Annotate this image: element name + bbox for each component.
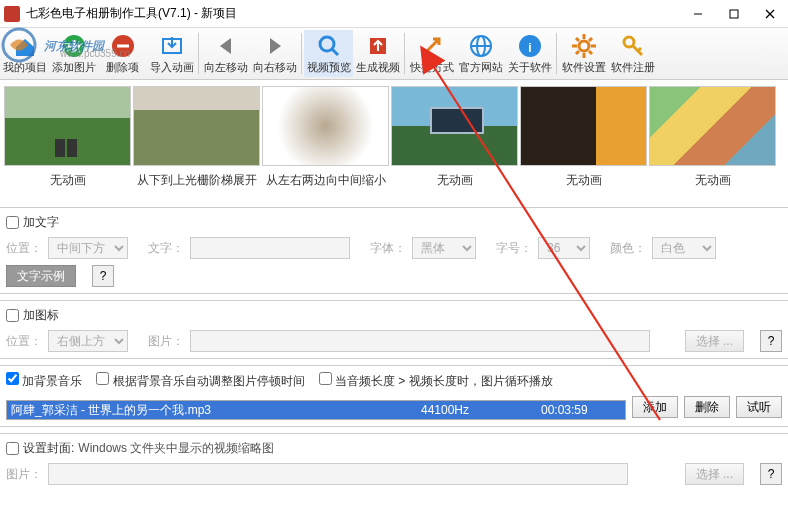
audio-auto-label: 根据背景音乐自动调整图片停顿时间 xyxy=(113,374,305,388)
text-pos-select[interactable]: 中间下方 xyxy=(48,237,128,259)
cover-path-input[interactable] xyxy=(48,463,628,485)
toolbar-label: 我的项目 xyxy=(3,60,47,75)
cover-path-label: 图片： xyxy=(6,466,42,483)
toolbar-key-button[interactable]: 软件注册 xyxy=(608,30,657,77)
set-cover-checkbox[interactable] xyxy=(6,442,19,455)
text-size-select[interactable]: 36 xyxy=(538,237,590,259)
toolbar-label: 生成视频 xyxy=(356,60,400,75)
toolbar-shortcut-button[interactable]: 快捷方式 xyxy=(407,30,456,77)
svg-point-16 xyxy=(579,41,589,51)
text-pos-label: 位置： xyxy=(6,240,42,257)
add-audio-label: 加背景音乐 xyxy=(22,374,82,388)
text-help-button[interactable]: ? xyxy=(92,265,114,287)
thumbnail-item[interactable]: 无动画 xyxy=(520,86,647,195)
window-title: 七彩色电子相册制作工具(V7.1) - 新项目 xyxy=(26,5,237,22)
toolbar-gear-button[interactable]: 软件设置 xyxy=(559,30,608,77)
audio-loop-checkbox[interactable] xyxy=(319,372,332,385)
toolbar-label: 视频预览 xyxy=(307,60,351,75)
toolbar-globe-button[interactable]: 官方网站 xyxy=(456,30,505,77)
plus-icon xyxy=(60,32,88,60)
text-content-input[interactable] xyxy=(190,237,350,259)
thumbnail-item[interactable]: 无动画 xyxy=(4,86,131,195)
toolbar-info-button[interactable]: i关于软件 xyxy=(505,30,554,77)
thumbnail-image xyxy=(520,86,647,166)
add-audio-checkbox[interactable] xyxy=(6,372,19,385)
thumbnail-item[interactable]: 从左右两边向中间缩小 xyxy=(262,86,389,195)
cover-help-button[interactable]: ? xyxy=(760,463,782,485)
toolbar-label: 软件设置 xyxy=(562,60,606,75)
text-font-select[interactable]: 黑体 xyxy=(412,237,476,259)
thumbnail-row: 无动画从下到上光栅阶梯展开从左右两边向中间缩小无动画无动画无动画 xyxy=(0,80,788,201)
svg-line-24 xyxy=(589,38,592,41)
toolbar-label: 快捷方式 xyxy=(410,60,454,75)
audio-list[interactable]: 阿肆_郭采洁 - 世界上的另一个我.mp3 44100Hz 00:03:59 xyxy=(6,400,626,420)
close-button[interactable] xyxy=(752,2,788,26)
audio-file-rate: 44100Hz xyxy=(421,403,541,417)
audio-section: 加背景音乐 根据背景音乐自动调整图片停顿时间 当音频长度 > 视频长度时，图片循… xyxy=(0,365,788,427)
sticker-help-button[interactable]: ? xyxy=(760,330,782,352)
app-icon xyxy=(4,6,20,22)
thumbnail-caption: 无动画 xyxy=(520,166,647,195)
audio-auto-checkbox[interactable] xyxy=(96,372,109,385)
text-size-label: 字号： xyxy=(496,240,532,257)
thumbnail-image xyxy=(4,86,131,166)
search-icon xyxy=(315,32,343,60)
export-icon xyxy=(364,32,392,60)
svg-line-23 xyxy=(576,51,579,54)
titlebar: 七彩色电子相册制作工具(V7.1) - 新项目 xyxy=(0,0,788,28)
minimize-button[interactable] xyxy=(680,2,716,26)
thumbnail-item[interactable]: 无动画 xyxy=(649,86,776,195)
text-content-label: 文字： xyxy=(148,240,184,257)
text-section: 加文字 位置： 中间下方 文字： 字体： 黑体 字号： 36 颜色： 白色 文字… xyxy=(0,207,788,294)
toolbar-label: 删除项 xyxy=(106,60,139,75)
audio-loop-label: 当音频长度 > 视频长度时，图片循环播放 xyxy=(335,374,553,388)
sticker-pos-select[interactable]: 右侧上方 xyxy=(48,330,128,352)
audio-delete-button[interactable]: 删除 xyxy=(684,396,730,418)
audio-add-button[interactable]: 添加 xyxy=(632,396,678,418)
cover-section: 设置封面: Windows 文件夹中显示的视频缩略图 图片： 选择 ... ? xyxy=(0,433,788,491)
toolbar-search-button[interactable]: 视频预览 xyxy=(304,30,353,77)
cover-select-button[interactable]: 选择 ... xyxy=(685,463,744,485)
globe-icon xyxy=(467,32,495,60)
audio-list-item[interactable]: 阿肆_郭采洁 - 世界上的另一个我.mp3 44100Hz 00:03:59 xyxy=(7,401,625,419)
toolbar-home-button[interactable]: 我的项目 xyxy=(0,30,49,77)
toolbar-plus-button[interactable]: 添加图片 xyxy=(49,30,98,77)
toolbar-label: 向左移动 xyxy=(204,60,248,75)
toolbar-label: 向右移动 xyxy=(253,60,297,75)
toolbar-export-button[interactable]: 生成视频 xyxy=(353,30,402,77)
text-color-select[interactable]: 白色 xyxy=(652,237,716,259)
sticker-select-button[interactable]: 选择 ... xyxy=(685,330,744,352)
arrow-left-icon xyxy=(212,32,240,60)
thumbnail-image xyxy=(391,86,518,166)
toolbar-label: 官方网站 xyxy=(459,60,503,75)
svg-line-9 xyxy=(332,49,338,55)
svg-text:i: i xyxy=(528,41,531,55)
svg-rect-1 xyxy=(730,10,738,18)
thumbnail-image xyxy=(649,86,776,166)
toolbar-label: 添加图片 xyxy=(52,60,96,75)
sticker-pos-label: 位置： xyxy=(6,333,42,350)
text-color-label: 颜色： xyxy=(610,240,646,257)
svg-line-27 xyxy=(638,48,641,51)
maximize-button[interactable] xyxy=(716,2,752,26)
add-sticker-checkbox[interactable] xyxy=(6,309,19,322)
toolbar-minus-button[interactable]: 删除项 xyxy=(98,30,147,77)
toolbar: 我的项目添加图片删除项导入动画向左移动向右移动视频预览生成视频快捷方式官方网站i… xyxy=(0,28,788,80)
import-icon xyxy=(158,32,186,60)
thumbnail-item[interactable]: 无动画 xyxy=(391,86,518,195)
toolbar-arrow-right-button[interactable]: 向右移动 xyxy=(250,30,299,77)
add-text-checkbox[interactable] xyxy=(6,216,19,229)
text-example-button[interactable]: 文字示例 xyxy=(6,265,76,287)
arrow-right-icon xyxy=(261,32,289,60)
audio-play-button[interactable]: 试听 xyxy=(736,396,782,418)
add-sticker-label: 加图标 xyxy=(23,307,59,324)
thumbnail-caption: 从下到上光栅阶梯展开 xyxy=(133,166,260,195)
toolbar-import-button[interactable]: 导入动画 xyxy=(147,30,196,77)
sticker-path-input[interactable] xyxy=(190,330,650,352)
thumbnail-caption: 无动画 xyxy=(4,166,131,195)
info-icon: i xyxy=(516,32,544,60)
thumbnail-item[interactable]: 从下到上光栅阶梯展开 xyxy=(133,86,260,195)
toolbar-arrow-left-button[interactable]: 向左移动 xyxy=(201,30,250,77)
toolbar-label: 关于软件 xyxy=(508,60,552,75)
set-cover-label: 设置封面: xyxy=(23,440,74,457)
